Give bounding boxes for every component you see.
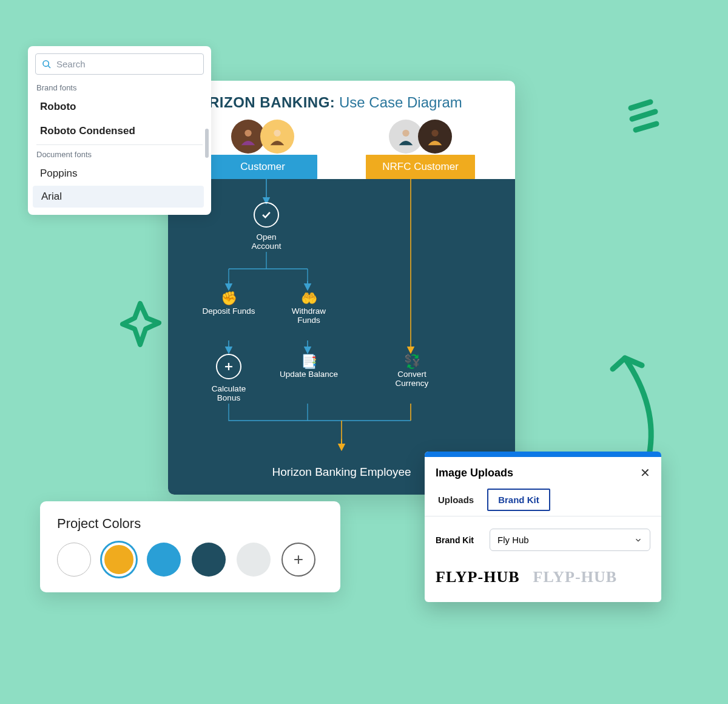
currency-icon: 💱 — [380, 354, 443, 370]
scrollbar-thumb[interactable] — [205, 129, 209, 158]
avatar-icon — [418, 120, 452, 154]
brand-logo-light[interactable]: FLYP-HUB — [533, 568, 618, 586]
svg-point-3 — [431, 130, 438, 137]
add-color-button[interactable]: + — [281, 543, 315, 577]
node-calc-bonus: Calculate Bonus — [200, 354, 258, 402]
nrfc-label: NRFC Customer — [366, 155, 475, 179]
color-swatch-blue[interactable] — [147, 543, 181, 577]
svg-point-4 — [43, 61, 49, 66]
panel-accent-bar — [425, 452, 661, 457]
font-item-roboto-condensed[interactable]: Roboto Condensed — [28, 119, 211, 143]
color-swatch-grey[interactable] — [237, 543, 271, 577]
brand-fonts-label: Brand fonts — [28, 80, 211, 95]
doodle-arrow — [595, 340, 667, 461]
color-swatch-yellow[interactable] — [102, 543, 136, 577]
color-swatch-navy[interactable] — [192, 543, 226, 577]
brandkit-label: Brand Kit — [436, 535, 474, 545]
image-uploads-panel: Image Uploads ✕ Uploads Brand Kit Brand … — [425, 452, 661, 602]
font-search[interactable] — [35, 53, 204, 75]
check-icon — [254, 202, 279, 228]
font-item-arial[interactable]: Arial — [33, 186, 204, 208]
doodle-speed-lines — [625, 97, 667, 137]
node-withdraw-funds: 🤲 Withdraw Funds — [280, 291, 338, 325]
diagram-body: Open Account ✊ Deposit Funds 🤲 Withdraw … — [168, 179, 515, 495]
document-fonts-label: Document fonts — [28, 146, 211, 161]
close-icon[interactable]: ✕ — [640, 465, 650, 480]
svg-point-1 — [274, 130, 280, 137]
project-colors-title: Project Colors — [57, 516, 323, 532]
tab-uploads[interactable]: Uploads — [436, 489, 476, 516]
actor-nrfc: NRFC Customer — [366, 120, 475, 179]
search-input[interactable] — [56, 59, 197, 69]
actor-customer: Customer — [208, 120, 317, 179]
search-icon — [42, 59, 52, 69]
brandkit-select[interactable]: Fly Hub — [490, 529, 650, 551]
tab-brand-kit[interactable]: Brand Kit — [487, 489, 550, 511]
color-swatch-white[interactable] — [57, 543, 91, 577]
brand-logo-dark[interactable]: FLYP-HUB — [436, 568, 520, 586]
doodle-sparkle — [119, 300, 161, 348]
brandkit-value: Fly Hub — [497, 535, 529, 545]
node-convert-currency: 💱 Convert Currency — [380, 354, 443, 388]
diagram-card: HORIZON BANKING: Use Case Diagram Custom… — [168, 81, 515, 495]
avatar-icon — [260, 120, 294, 154]
diagram-subtitle: Use Case Diagram — [335, 94, 462, 110]
font-item-poppins[interactable]: Poppins — [28, 161, 211, 186]
diagram-connectors — [168, 179, 515, 495]
svg-point-0 — [244, 130, 251, 137]
svg-point-2 — [402, 130, 409, 137]
customer-label: Customer — [208, 155, 317, 179]
node-update-balance: 📑 Update Balance — [278, 354, 339, 379]
node-open-account: Open Account — [241, 202, 292, 251]
image-uploads-title: Image Uploads — [436, 467, 513, 479]
hand-coin-icon: ✊ — [202, 291, 255, 306]
balance-icon: 📑 — [278, 354, 339, 370]
plus-icon — [216, 354, 241, 379]
diagram-title: HORIZON BANKING: Use Case Diagram — [168, 81, 515, 120]
font-item-roboto[interactable]: Roboto — [28, 95, 211, 119]
withdraw-icon: 🤲 — [280, 291, 338, 306]
node-deposit-funds: ✊ Deposit Funds — [202, 291, 255, 316]
font-picker-panel: Brand fonts Roboto Roboto Condensed Docu… — [28, 46, 211, 215]
project-colors-panel: Project Colors + — [40, 501, 340, 592]
chevron-down-icon — [634, 536, 642, 544]
